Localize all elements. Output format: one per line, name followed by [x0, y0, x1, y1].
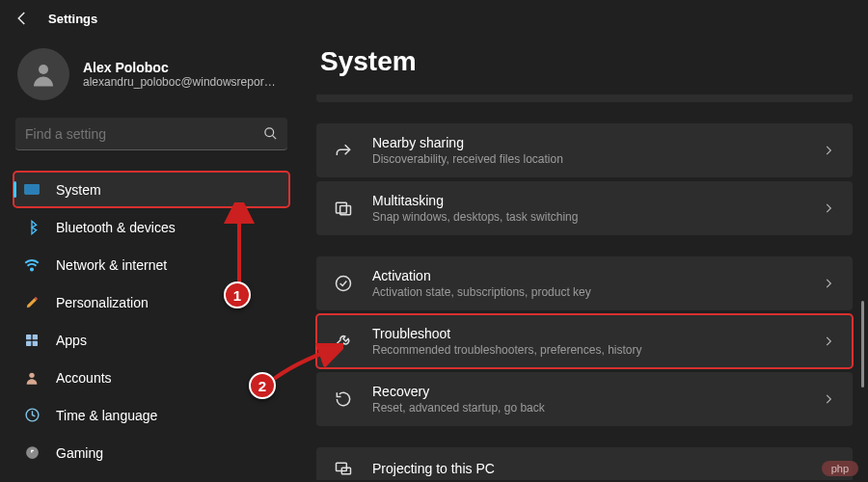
sidebar-item-label: Time & language [56, 408, 157, 423]
svg-point-9 [29, 372, 34, 377]
chevron-right-icon [822, 277, 835, 290]
selection-accent [14, 181, 16, 198]
svg-rect-6 [33, 335, 38, 339]
scrollbar-thumb[interactable] [861, 301, 864, 388]
multitask-icon [334, 199, 353, 218]
svg-point-4 [31, 268, 33, 270]
search-box[interactable] [15, 118, 287, 150]
card-partial-top [316, 94, 853, 102]
card-title: Nearby sharing [372, 135, 802, 150]
card-subtitle: Discoverability, received files location [372, 152, 802, 166]
wifi-icon [23, 256, 41, 274]
card-title: Recovery [372, 384, 802, 399]
sidebar-item-accounts[interactable]: Accounts [14, 360, 289, 395]
card-activation[interactable]: Activation Activation state, subscriptio… [316, 256, 853, 310]
wrench-icon [334, 332, 353, 351]
sidebar-item-label: Apps [56, 333, 87, 348]
project-icon [334, 459, 353, 478]
share-icon [334, 141, 353, 160]
sidebar-item-apps[interactable]: Apps [14, 322, 289, 358]
svg-point-0 [39, 65, 48, 74]
avatar [17, 48, 69, 100]
sidebar: Alex Poloboc alexandru_poloboc@windowsre… [0, 31, 295, 480]
recovery-icon [334, 389, 353, 409]
app-title: Settings [48, 12, 97, 26]
sidebar-item-label: Network & internet [56, 257, 167, 273]
main-content: System Nearby sharing Discoverability, r… [295, 31, 868, 480]
card-recovery[interactable]: Recovery Reset, advanced startup, go bac… [316, 372, 853, 426]
svg-point-14 [337, 277, 351, 291]
clock-globe-icon [23, 407, 41, 424]
svg-rect-8 [33, 340, 38, 345]
sidebar-item-bluetooth[interactable]: Bluetooth & devices [14, 209, 289, 245]
card-troubleshoot[interactable]: Troubleshoot Recommended troubleshooters… [316, 314, 853, 368]
card-nearby-sharing[interactable]: Nearby sharing Discoverability, received… [316, 123, 853, 177]
card-title: Multitasking [372, 193, 802, 208]
sidebar-item-label: Personalization [56, 295, 149, 310]
card-multitasking[interactable]: Multitasking Snap windows, desktops, tas… [316, 181, 853, 235]
sidebar-item-network[interactable]: Network & internet [14, 247, 289, 282]
page-title: System [320, 46, 853, 77]
card-projecting[interactable]: Projecting to this PC [316, 447, 853, 480]
card-subtitle: Reset, advanced startup, go back [372, 401, 802, 415]
svg-point-1 [265, 128, 274, 137]
sidebar-item-personalization[interactable]: Personalization [14, 284, 289, 320]
bluetooth-icon [23, 219, 41, 236]
svg-rect-5 [26, 335, 31, 339]
sidebar-item-time-language[interactable]: Time & language [14, 397, 289, 433]
chevron-right-icon [822, 335, 835, 348]
card-subtitle: Recommended troubleshooters, preferences… [372, 343, 802, 357]
card-title: Troubleshoot [372, 326, 802, 341]
sidebar-item-label: Bluetooth & devices [56, 220, 176, 235]
back-icon[interactable] [14, 10, 31, 27]
sidebar-item-label: Accounts [56, 370, 112, 386]
search-icon [263, 126, 278, 141]
search-input[interactable] [25, 126, 263, 142]
brush-icon [23, 294, 41, 311]
svg-rect-7 [26, 340, 31, 345]
sidebar-item-gaming[interactable]: Gaming [14, 435, 289, 470]
watermark: php [822, 461, 858, 476]
check-circle-icon [334, 274, 353, 293]
display-icon [23, 181, 41, 199]
gaming-icon [23, 444, 41, 462]
apps-icon [23, 332, 41, 349]
svg-rect-12 [337, 202, 347, 213]
sidebar-item-label: Gaming [56, 445, 103, 461]
card-title: Projecting to this PC [372, 461, 835, 476]
sidebar-item-system[interactable]: System [14, 172, 289, 207]
card-subtitle: Activation state, subscriptions, product… [372, 285, 802, 299]
sidebar-item-label: System [56, 182, 101, 198]
account-block[interactable]: Alex Poloboc alexandru_poloboc@windowsre… [14, 40, 289, 114]
card-subtitle: Snap windows, desktops, task switching [372, 210, 802, 224]
card-title: Activation [372, 268, 802, 283]
account-name: Alex Poloboc [83, 60, 276, 75]
chevron-right-icon [822, 201, 835, 215]
chevron-right-icon [822, 392, 835, 406]
svg-rect-3 [25, 184, 40, 195]
account-email: alexandru_poloboc@windowsreport... [83, 75, 276, 89]
chevron-right-icon [822, 144, 835, 157]
person-icon [23, 369, 41, 387]
